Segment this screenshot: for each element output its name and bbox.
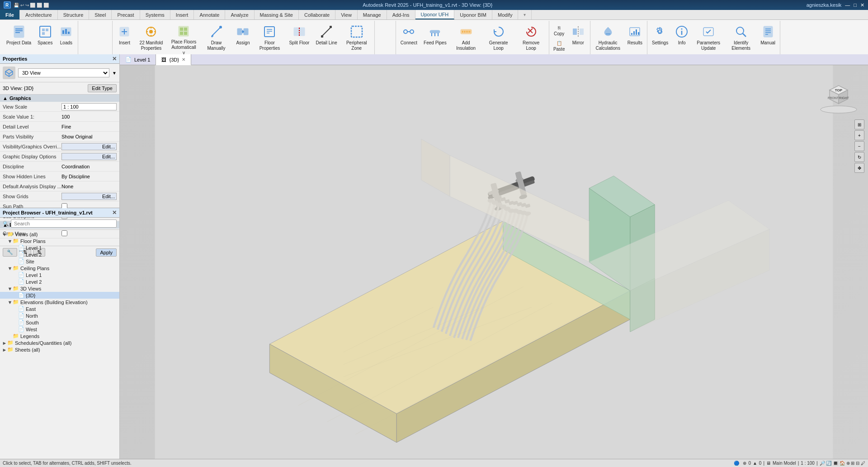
tab-3d[interactable]: 🖼 {3D} ✕ <box>156 54 191 65</box>
nav-zoom-fit[interactable]: ⊞ <box>854 119 864 129</box>
btn-feed-pipes[interactable]: Feed Pipes <box>421 23 449 54</box>
pb-close[interactable]: ✕ <box>112 210 117 216</box>
floor-props-label: Floor Properties <box>256 40 283 51</box>
nav-orbit[interactable]: ↻ <box>854 152 864 162</box>
tree-3d-active[interactable]: 📄 {3D} <box>0 292 119 299</box>
tab-manage[interactable]: Manage <box>358 10 387 19</box>
tab-uponor-bim[interactable]: Uponor BIM <box>454 10 492 19</box>
btn-paste[interactable]: 📋 Paste <box>551 38 567 53</box>
tree-schedules[interactable]: ► 📁 Schedules/Quantities (all) <box>0 339 119 346</box>
tab-structure[interactable]: Structure <box>58 10 90 19</box>
tree-west[interactable]: 📄 West <box>0 326 119 333</box>
tree-north[interactable]: 📄 North <box>0 312 119 319</box>
btn-draw-manually[interactable]: Draw Manually <box>200 23 232 54</box>
prop-show-grids: Show Grids Edit... <box>0 191 119 201</box>
edit-type-btn[interactable]: Edit Type <box>88 84 117 92</box>
btn-assign[interactable]: Assign <box>233 23 253 54</box>
tree-floor-plans[interactable]: ▼ 📁 Floor Plans <box>0 238 119 244</box>
btn-project-data[interactable]: Project Data <box>4 23 34 54</box>
btn-connect[interactable]: Connect <box>398 23 420 54</box>
btn-loads[interactable]: Loads <box>56 23 76 54</box>
viewport-canvas[interactable]: TOP FRONT RIGHT ⊞ + − ↻ ✥ <box>120 65 868 459</box>
tab-systems[interactable]: Systems <box>140 10 170 19</box>
tab-context[interactable]: ▾ <box>518 10 532 19</box>
btn-insert[interactable]: Insert <box>114 23 134 54</box>
minimize-button[interactable]: — <box>845 2 850 8</box>
btn-results[interactable]: Results <box>625 23 645 54</box>
tab-annotate[interactable]: Annotate <box>194 10 225 19</box>
spaces-label: Spaces <box>38 40 52 46</box>
peripheral-zone-icon <box>349 24 364 39</box>
view-type-dropdown[interactable]: 3D View <box>18 68 109 77</box>
tab-level1[interactable]: 📄 Level 1 <box>120 54 156 65</box>
nav-zoom-in[interactable]: + <box>854 130 864 140</box>
tab-uponor-ufh[interactable]: Uponor UFH <box>415 10 455 19</box>
tree-level1-cp[interactable]: 📄 Level 1 <box>0 272 119 278</box>
btn-mirror[interactable]: Mirror <box>568 23 588 54</box>
pb-search-input[interactable] <box>11 219 117 228</box>
tab-massing[interactable]: Massing & Site <box>255 10 299 19</box>
btn-copy[interactable]: ⎘ Copy <box>551 23 567 38</box>
tab-steel[interactable]: Steel <box>89 10 112 19</box>
level2-fp-label: Level 2 <box>26 252 42 257</box>
btn-peripheral-zone[interactable]: Peripheral Zone <box>341 23 373 54</box>
btn-detail-line[interactable]: Detail Line <box>313 23 340 54</box>
graphic-display-edit-btn[interactable]: Edit... <box>61 153 117 160</box>
btn-hydraulic-calc[interactable]: Hydraulic Calculations <box>592 23 624 54</box>
btn-settings[interactable]: Settings <box>649 23 671 54</box>
angle-icon: ▲ <box>753 461 757 466</box>
prop-discipline: Discipline Coordination <box>0 162 119 172</box>
svg-line-28 <box>212 27 221 36</box>
tab-modify[interactable]: Modify <box>492 10 518 19</box>
btn-remove-loop[interactable]: Remove Loop <box>515 23 547 54</box>
vis-graphics-edit-btn[interactable]: Edit... <box>61 143 117 150</box>
nav-zoom-out[interactable]: − <box>854 141 864 151</box>
tree-east[interactable]: 📄 East <box>0 305 119 312</box>
show-grids-edit-btn[interactable]: Edit... <box>61 193 117 200</box>
tree-south[interactable]: 📄 South <box>0 319 119 326</box>
tree-site[interactable]: 📄 Site <box>0 258 119 265</box>
btn-identify-elements[interactable]: Identify Elements <box>725 23 757 54</box>
graphics-section-header[interactable]: ▲ Graphics <box>0 95 119 102</box>
north-icon: 📄 <box>18 313 24 319</box>
tab-analyze[interactable]: Analyze <box>225 10 254 19</box>
info-icon <box>675 24 689 39</box>
close-button[interactable]: ✕ <box>860 2 864 8</box>
btn-split-floor[interactable]: Split Floor <box>286 23 312 54</box>
tree-views-all[interactable]: ▼ 📁 Views (all) <box>0 231 119 238</box>
tree-sheets[interactable]: ► 📁 Sheets (all) <box>0 346 119 353</box>
btn-spaces[interactable]: Spaces <box>35 23 55 54</box>
tab-file[interactable]: File <box>0 10 20 19</box>
tree-level2-fp[interactable]: 📄 Level 2 <box>0 251 119 258</box>
tree-level1-fp[interactable]: 📄 Level 1 <box>0 244 119 251</box>
btn-manifold-props[interactable]: 22 Manifold Properties <box>135 23 167 54</box>
prop-vis-graphics: Visibility/Graphics Overri... Edit... <box>0 142 119 152</box>
tab-view[interactable]: View <box>335 10 358 19</box>
tab-addins[interactable]: Add-Ins <box>387 10 415 19</box>
btn-info[interactable]: Info <box>672 23 692 54</box>
btn-generate-loop[interactable]: Generate Loop <box>483 23 514 54</box>
view-cube[interactable]: TOP FRONT RIGHT <box>818 74 859 115</box>
view-scale-value[interactable]: 1 : 100 <box>61 103 117 110</box>
tree-legends[interactable]: 📁 Legends <box>0 333 119 339</box>
tree-3d-views[interactable]: ▼ 📁 3D Views <box>0 285 119 292</box>
tab-insert[interactable]: Insert <box>170 10 194 19</box>
btn-params-update[interactable]: Parameters Update <box>693 23 724 54</box>
tab-3d-close[interactable]: ✕ <box>182 57 185 62</box>
analysis-display-label: Default Analysis Display ... <box>3 184 61 189</box>
btn-place-floors[interactable]: Place Floors Automatically <box>168 23 199 54</box>
tree-elevations[interactable]: ▼ 📁 Elevations (Building Elevation) <box>0 299 119 305</box>
nav-pan[interactable]: ✥ <box>854 163 864 173</box>
tab-collaborate[interactable]: Collaborate <box>299 10 335 19</box>
tree-level2-cp[interactable]: 📄 Level 2 <box>0 278 119 285</box>
btn-manual[interactable]: Manual <box>758 23 778 54</box>
btn-floor-props[interactable]: Floor Properties <box>254 23 285 54</box>
tab-architecture[interactable]: Architecture <box>20 10 58 19</box>
properties-close[interactable]: ✕ <box>112 56 117 62</box>
manual-label: Manual <box>760 40 775 46</box>
btn-add-insulation[interactable]: Add Insulation <box>450 23 482 54</box>
maximize-button[interactable]: □ <box>854 2 857 8</box>
tree-ceiling-plans[interactable]: ▼ 📁 Ceiling Plans <box>0 265 119 272</box>
tab-precast[interactable]: Precast <box>112 10 140 19</box>
svg-rect-26 <box>180 32 183 35</box>
